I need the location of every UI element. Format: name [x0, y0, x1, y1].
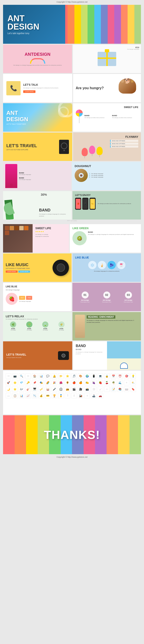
- slide-likegreen: LIKE GREEN 🥝 BAND Ant design is a design…: [70, 224, 141, 252]
- icon-item: 💰: [38, 393, 44, 398]
- icon-item: ✏: [104, 386, 110, 392]
- likeblue-title: LIKE BLUE: [75, 256, 138, 259]
- slide-sweetlife: SWEET LIFE BAND Ant design provides best…: [73, 103, 141, 132]
- slide-thanks: THANKS!: [3, 415, 141, 454]
- pptstore-watermark: PPT STORE: [0, 219, 144, 222]
- icon-item: 💻: [98, 373, 103, 379]
- band-desc: Ant design is a design language for ente…: [39, 213, 69, 217]
- icon-item: 💎: [19, 380, 24, 385]
- slide-gift: 6/10 Ant design language: [73, 44, 141, 73]
- icon-item: ⚙: [26, 373, 31, 379]
- band-percent: 30%: [41, 193, 47, 196]
- icon-item: 🎧: [58, 386, 64, 392]
- icon-item: 🏆: [52, 393, 57, 398]
- icon-item: 🖌: [98, 386, 103, 392]
- icon-item: 📻: [65, 386, 70, 392]
- icon-item: 🔍: [19, 373, 24, 379]
- slide-row-7: 30% BAND Ant design is a design language…: [3, 191, 141, 220]
- icon-item: 🥇: [58, 393, 64, 398]
- likegreen-title: LIKE GREEN: [72, 227, 138, 230]
- slide-relax: LET'S RELAX Ant design is a design langu…: [3, 312, 72, 340]
- likeblue2-title: LIKE BLUE: [6, 285, 69, 288]
- slide-letstalk: 📞 LET'S TALK Ant design is a design lang…: [3, 74, 72, 102]
- travel-title: LET'S TRAVEL: [6, 143, 37, 148]
- letstalk-title: LET'S TALK: [23, 83, 58, 86]
- slide-row-12: LET'S TRAVEL Let's go explore the world …: [3, 341, 141, 370]
- icon-item: 🔔: [52, 373, 57, 379]
- icon-item: 🌻: [65, 380, 70, 385]
- icon-item: 🌺: [58, 380, 64, 385]
- band2-title: BAND: [76, 344, 105, 348]
- hungry-title: Are you hungry?: [76, 86, 117, 90]
- doughnut-title: DOUGHNUT: [75, 164, 138, 168]
- icon-item: 🔒: [104, 373, 110, 379]
- icon-item: 🌟: [12, 380, 18, 385]
- icon-item: 🍇: [91, 380, 96, 385]
- slide-row-5: LET'S TRAVEL LET'S GO OUT AND EXPLORE FL…: [3, 132, 141, 161]
- hero-subtitle: Let's talk together tony: [8, 32, 61, 34]
- icon-item: 🏠: [32, 373, 38, 379]
- icon-item: ⭐: [65, 373, 70, 379]
- slide-band2: BAND BAND Ant design is a design languag…: [73, 341, 141, 370]
- icon-item: 🎬: [71, 386, 77, 392]
- icon-item: ✉: [6, 373, 11, 379]
- icon-item: 🌊: [117, 380, 123, 385]
- slide-row-10: LIKE BLUE Ant design language 🍓 6/10 7/1…: [3, 283, 141, 311]
- icon-item: ☀: [124, 380, 129, 385]
- icon-item: 🍋: [84, 380, 90, 385]
- sweetlife-title: SWEET LIFE: [76, 106, 138, 108]
- icon-item: 📷: [12, 373, 18, 379]
- slide-hungry: Are you hungry? 🐕: [73, 74, 141, 102]
- slide-row-2: ANTDESIGN Ant design is a design languag…: [3, 44, 141, 73]
- slide-flyaway: FLYAWAY BAND AND OPTIMIZE BAND AND OPTIM…: [73, 132, 141, 161]
- antdesign-title: ANTDESIGN: [25, 52, 50, 57]
- icon-item: 📉: [32, 393, 38, 398]
- icon-item: ⛅: [130, 380, 136, 385]
- icon-item: 🎸: [26, 386, 31, 392]
- icon-item: 🎯: [124, 373, 129, 379]
- icon-item: 🎥: [78, 386, 84, 392]
- icon-item: 🎺: [38, 386, 44, 392]
- icon-item: 💬: [45, 373, 50, 379]
- music-btn-1[interactable]: LEARN MORE: [6, 270, 18, 273]
- slide-hero: ANTDESIGN Let's talk together tony: [3, 5, 141, 44]
- travel-sub: LET'S GO OUT AND EXPLORE: [6, 149, 37, 150]
- slide-likeblue: LIKE BLUE ❄️ 🍦 🫐 🍧 Ant design language f…: [72, 254, 141, 282]
- icon-item: 🎶: [19, 386, 24, 392]
- icon-item: 🎨: [78, 373, 84, 379]
- antdesign-sub: Ant design is a design language that pro…: [13, 64, 62, 66]
- icon-item: 🚀: [6, 380, 11, 385]
- icon-item: 🌈: [45, 380, 50, 385]
- letstalk-desc: Ant design is a design language for ente…: [23, 87, 58, 89]
- slide-sweetlife2: SWEET LIFE ★★★★★ Ant design is a designl…: [3, 224, 69, 252]
- icon-item: 🍎: [71, 380, 77, 385]
- icon-item: 💡: [130, 373, 136, 379]
- antbig-sub: LET'S TALK TOGETHER: [6, 123, 69, 125]
- icon-item: 📊: [38, 373, 44, 379]
- slide-likemusic: LIKE MUSIC LET'S ROCK IT TOGETHER TONY L…: [3, 254, 72, 282]
- relax-sub: Ant design is a design language for ente…: [6, 318, 69, 320]
- icon-item: ⏰: [117, 373, 123, 379]
- slide-likeblue2: LIKE BLUE Ant design language 🍓 6/10 7/1…: [3, 283, 72, 311]
- icon-item: 🎹: [32, 386, 38, 392]
- icon-item: 🚗: [98, 393, 103, 398]
- icon-item: 📋: [12, 393, 18, 398]
- icon-item: 🌙: [6, 386, 11, 392]
- letstalk-btn[interactable]: LEARN MORE: [23, 90, 36, 93]
- music-btn-2[interactable]: LEARN MORE: [18, 270, 30, 273]
- band-title: BAND: [39, 208, 69, 212]
- relax-title: LET'S RELAX: [6, 315, 69, 318]
- icon-item: 📊: [19, 393, 24, 398]
- icon-item: 🗂: [6, 393, 11, 398]
- icon-item: ✈: [84, 393, 90, 398]
- enjoy-title: LET'S ENJOY: [75, 194, 138, 196]
- icon-item: 📅: [111, 373, 116, 379]
- icon-item: 🍓: [98, 380, 103, 385]
- icon-item: 🚂: [78, 393, 84, 398]
- icon-item: 🎉: [52, 380, 57, 385]
- icon-item: 📚: [117, 386, 123, 392]
- icon-item: 🔖: [130, 386, 136, 392]
- flyaway-title: FLYAWAY: [110, 135, 138, 138]
- slide-antdesign: ANTDESIGN Ant design is a design languag…: [3, 44, 72, 73]
- icon-item: 📈: [26, 393, 31, 398]
